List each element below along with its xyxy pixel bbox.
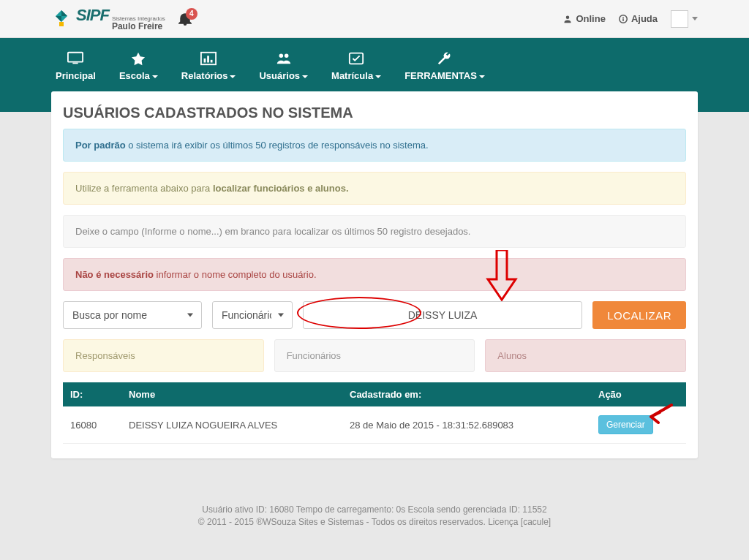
cell-nome: DEISSY LUIZA NOGUEIRA ALVES bbox=[121, 406, 342, 444]
star-icon bbox=[130, 51, 146, 66]
category-funcionarios[interactable]: Funcionários bbox=[274, 339, 475, 372]
svg-rect-4 bbox=[68, 53, 83, 62]
nav-label: Usuários bbox=[259, 70, 300, 81]
svg-point-11 bbox=[285, 54, 289, 58]
chevron-down-icon bbox=[479, 75, 485, 78]
main-nav: Principal Escola Relatórios Usuários Mat… bbox=[0, 38, 749, 91]
svg-rect-2 bbox=[622, 18, 624, 21]
svg-rect-0 bbox=[59, 22, 64, 26]
chevron-down-icon bbox=[230, 75, 236, 78]
col-nome: Nome bbox=[121, 382, 342, 406]
search-input[interactable] bbox=[303, 301, 582, 329]
logo-sub: Paulo Freire bbox=[112, 22, 165, 31]
nav-label: Matrícula bbox=[331, 70, 373, 81]
alert-bold: Por padrão bbox=[75, 140, 126, 151]
topbar: SIPF Sistemas Integrados Paulo Freire 4 … bbox=[0, 0, 749, 38]
alert-text: Deixe o campo (Informe o nome...) em bra… bbox=[75, 226, 470, 237]
nav-escola[interactable]: Escola bbox=[108, 38, 170, 91]
alert-text: Utilize a ferramenta abaixo para bbox=[75, 183, 213, 194]
search-button[interactable]: LOCALIZAR bbox=[592, 301, 686, 329]
user-menu[interactable] bbox=[671, 10, 698, 28]
chevron-down-icon bbox=[692, 17, 698, 20]
notifications-button[interactable]: 4 bbox=[178, 12, 192, 26]
footer: Usuário ativo ID: 16080 Tempo de carrega… bbox=[0, 488, 749, 544]
online-status[interactable]: Online bbox=[563, 13, 605, 24]
svg-rect-7 bbox=[204, 58, 206, 63]
main-panel: USUÁRIOS CADASTRADOS NO SISTEMA Por padr… bbox=[51, 91, 698, 458]
alert-text: o sistema irá exibir os últimos 50 regis… bbox=[126, 140, 429, 151]
help-link[interactable]: Ajuda bbox=[619, 13, 658, 24]
monitor-icon bbox=[67, 51, 83, 66]
page-title: USUÁRIOS CADASTRADOS NO SISTEMA bbox=[51, 91, 698, 129]
alert-text: informar o nome completo do usuário. bbox=[154, 269, 317, 280]
category-responsaveis[interactable]: Responsáveis bbox=[63, 339, 264, 372]
cell-cad: 28 de Maio de 2015 - 18:31:52.689083 bbox=[342, 406, 591, 444]
chevron-down-icon bbox=[302, 75, 308, 78]
search-mode-select[interactable]: Busca por nome bbox=[63, 301, 202, 329]
note-alert: Deixe o campo (Informe o nome...) em bra… bbox=[63, 215, 686, 248]
footer-line1: Usuário ativo ID: 16080 Tempo de carrega… bbox=[0, 504, 749, 515]
results-table: ID: Nome Cadastrado em: Ação 16080 DEISS… bbox=[63, 382, 686, 444]
annotation-arrow-icon bbox=[644, 404, 673, 425]
help-label: Ajuda bbox=[631, 13, 658, 24]
svg-point-10 bbox=[279, 54, 283, 58]
notif-count-badge: 4 bbox=[186, 8, 197, 20]
warning-alert: Não é necessário informar o nome complet… bbox=[63, 258, 686, 291]
nav-principal[interactable]: Principal bbox=[44, 38, 108, 91]
avatar bbox=[671, 10, 688, 28]
nav-matricula[interactable]: Matrícula bbox=[320, 38, 393, 91]
nav-usuarios[interactable]: Usuários bbox=[247, 38, 320, 91]
search-controls: Busca por nome Funcionários LOCALIZAR bbox=[63, 301, 686, 329]
cell-id: 16080 bbox=[63, 406, 121, 444]
nav-relatorios[interactable]: Relatórios bbox=[170, 38, 248, 91]
nav-label: Escola bbox=[119, 70, 150, 81]
info-alert: Por padrão o sistema irá exibir os últim… bbox=[63, 129, 686, 162]
nav-ferramentas[interactable]: FERRAMENTAS bbox=[393, 38, 497, 91]
table-row: 16080 DEISSY LUIZA NOGUEIRA ALVES 28 de … bbox=[63, 406, 686, 444]
wrench-icon bbox=[437, 51, 453, 66]
logo-mark-icon bbox=[51, 9, 72, 29]
check-icon bbox=[348, 51, 364, 66]
online-label: Online bbox=[576, 13, 605, 24]
logo[interactable]: SIPF Sistemas Integrados Paulo Freire bbox=[51, 7, 165, 31]
alert-bold: Não é necessário bbox=[75, 269, 154, 280]
chart-icon bbox=[200, 51, 217, 66]
nav-label: Principal bbox=[56, 70, 96, 81]
category-boxes: Responsáveis Funcionários Alunos bbox=[63, 339, 686, 372]
hint-alert: Utilize a ferramenta abaixo para localiz… bbox=[63, 172, 686, 205]
footer-line2: © 2011 - 2015 ®WSouza Sites e Sistemas -… bbox=[0, 517, 749, 527]
category-alunos[interactable]: Alunos bbox=[485, 339, 686, 372]
svg-rect-9 bbox=[211, 60, 213, 63]
col-cad: Cadastrado em: bbox=[342, 382, 591, 406]
alert-bold: localizar funcioários e alunos. bbox=[213, 183, 349, 194]
user-icon bbox=[563, 15, 572, 23]
nav-label: Relatórios bbox=[181, 70, 228, 81]
nav-label: FERRAMENTAS bbox=[404, 70, 477, 81]
chevron-down-icon bbox=[152, 75, 158, 78]
search-type-select[interactable]: Funcionários bbox=[212, 301, 293, 329]
logo-sipf: SIPF bbox=[76, 7, 109, 23]
svg-rect-3 bbox=[622, 17, 624, 18]
users-icon bbox=[276, 51, 292, 66]
col-id: ID: bbox=[63, 382, 121, 406]
chevron-down-icon bbox=[375, 75, 381, 78]
annotation-arrow-down-icon bbox=[483, 250, 520, 301]
svg-rect-5 bbox=[73, 63, 78, 64]
info-icon bbox=[619, 15, 628, 23]
svg-rect-8 bbox=[207, 56, 209, 62]
